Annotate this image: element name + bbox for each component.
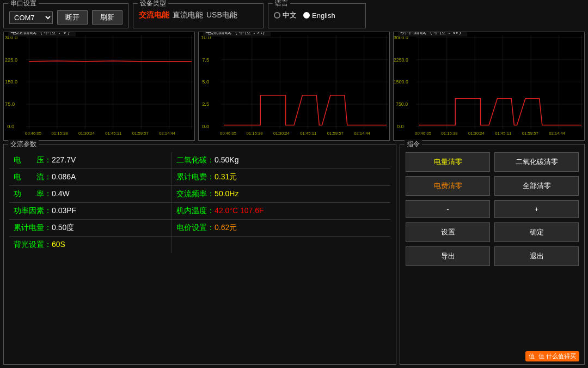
device-option-usb[interactable]: USB电能 — [206, 10, 237, 20]
device-option-ac[interactable]: 交流电能 — [139, 10, 169, 20]
cmd-clear-energy[interactable]: 电量清零 — [406, 152, 490, 172]
svg-text:01:59:57: 01:59:57 — [522, 131, 538, 136]
watermark-icon: 值 — [529, 353, 535, 359]
svg-text:0.0: 0.0 — [7, 124, 14, 129]
svg-text:00:46:05: 00:46:05 — [415, 131, 431, 136]
cmd-clear-co2[interactable]: 二氧化碳清零 — [494, 152, 579, 172]
cmd-clear-all[interactable]: 全部清零 — [494, 176, 579, 196]
app-container: 串口设置 COM7 COM1COM2COM3 COM4COM5COM6 COM8… — [0, 0, 588, 368]
table-row: 电 流：0.086A 累计电费：0.31元 — [9, 169, 390, 186]
table-row: 电 压：227.7V 二氧化碳：0.50Kg — [9, 152, 390, 169]
svg-text:00:46:05: 00:46:05 — [25, 131, 41, 136]
voltage-chart-svg: 300.0 225.0 150.0 75.0 0.0 00:46:05 01:1… — [4, 32, 194, 140]
param-value-backlight: 60S — [52, 240, 65, 249]
svg-text:01:59:57: 01:59:57 — [132, 131, 149, 136]
param-value-price: 0.62元 — [215, 223, 237, 232]
watermark-text: 值 什么值得买 — [538, 353, 576, 359]
lang-chinese-radio — [274, 12, 280, 19]
cmd-minus[interactable]: - — [406, 200, 490, 218]
language-panel: 语言 中文 English — [268, 3, 366, 28]
power-chart-svg: 3000.0 2250.0 1500.0 750.0 0.0 00:46:05 … — [394, 32, 584, 140]
svg-text:7.5: 7.5 — [202, 57, 209, 63]
table-row: 背光设置：60S — [9, 237, 390, 254]
param-label-current: 电 流：0.086A — [9, 169, 172, 186]
refresh-button[interactable]: 刷新 — [92, 10, 122, 25]
svg-text:1500.0: 1500.0 — [394, 79, 408, 85]
svg-text:01:59:57: 01:59:57 — [327, 131, 344, 136]
cmd-clear-fee[interactable]: 电费清零 — [406, 176, 490, 196]
svg-text:5.0: 5.0 — [202, 79, 209, 85]
param-label-backlight: 背光设置：60S — [9, 237, 172, 254]
param-value-pf: 0.03PF — [52, 206, 76, 215]
lang-english[interactable]: English — [303, 11, 335, 20]
commands-panel: 指令 电量清零 二氧化碳清零 电费清零 全部清零 - + 设置 确定 导出 退出 — [400, 144, 585, 365]
svg-text:01:15:38: 01:15:38 — [52, 131, 68, 136]
svg-text:01:15:38: 01:15:38 — [442, 131, 458, 136]
svg-text:225.0: 225.0 — [5, 57, 17, 63]
param-label-fee-accum: 累计电费：0.31元 — [172, 169, 390, 186]
power-chart-panel: 功率曲线（单位：W） 3000.0 2250.0 1500.0 750.0 — [393, 32, 585, 141]
svg-text:01:15:38: 01:15:38 — [247, 131, 263, 136]
svg-text:01:45:11: 01:45:11 — [495, 131, 511, 136]
cmd-settings[interactable]: 设置 — [406, 222, 490, 242]
lang-english-radio — [303, 12, 310, 19]
commands-label: 指令 — [405, 140, 422, 149]
svg-text:01:45:11: 01:45:11 — [300, 131, 316, 136]
table-row: 累计电量：0.50度 电价设置：0.62元 — [9, 220, 390, 237]
language-panel-label: 语言 — [273, 0, 290, 8]
cmd-plus[interactable]: + — [494, 200, 579, 218]
top-controls-row: 串口设置 COM7 COM1COM2COM3 COM4COM5COM6 COM8… — [3, 3, 585, 28]
current-chart-svg: 10.0 7.5 5.0 2.5 0.0 00:46:05 01:15:38 0… — [199, 32, 389, 140]
param-value-fee-accum: 0.31元 — [215, 172, 237, 181]
commands-grid: 电量清零 二氧化碳清零 电费清零 全部清零 - + 设置 确定 导出 退出 — [406, 152, 579, 266]
serial-panel-label: 串口设置 — [8, 0, 39, 8]
svg-text:02:14:44: 02:14:44 — [159, 131, 176, 136]
cmd-export[interactable]: 导出 — [406, 246, 490, 266]
voltage-chart-panel: 电压曲线（单位：V） 300.0 225.0 — [3, 32, 195, 141]
current-chart-panel: 电流曲线（单位：A） 10.0 7.5 5.0 2.5 0.0 — [198, 32, 390, 141]
lang-chinese-label: 中文 — [283, 10, 297, 20]
param-label-pf: 功率因素：0.03PF — [9, 203, 172, 220]
bottom-row: 交流参数 电 压：227.7V 二氧化碳：0.50Kg 电 流：0.086A 累… — [3, 144, 585, 365]
device-option-dc[interactable]: 直流电能 — [173, 10, 203, 20]
svg-text:0.0: 0.0 — [397, 124, 403, 129]
table-row: 功 率：0.4W 交流频率：50.0Hz — [9, 186, 390, 203]
svg-text:750.0: 750.0 — [396, 101, 408, 107]
ac-params-panel: 交流参数 电 压：227.7V 二氧化碳：0.50Kg 电 流：0.086A 累… — [3, 144, 396, 365]
svg-text:01:30:24: 01:30:24 — [468, 131, 485, 136]
watermark: 值 值 什么值得买 — [525, 351, 579, 361]
param-value-power: 0.4W — [52, 189, 70, 198]
lang-chinese[interactable]: 中文 — [274, 10, 297, 20]
svg-rect-0 — [4, 32, 194, 140]
svg-text:02:14:44: 02:14:44 — [354, 131, 371, 136]
param-label-freq: 交流频率：50.0Hz — [172, 186, 390, 203]
disconnect-button[interactable]: 断开 — [57, 10, 88, 25]
svg-text:02:14:44: 02:14:44 — [549, 131, 566, 136]
svg-text:01:30:24: 01:30:24 — [273, 131, 290, 136]
param-value-voltage: 227.7V — [52, 155, 76, 164]
param-label-power: 功 率：0.4W — [9, 186, 172, 203]
param-label-energy: 累计电量：0.50度 — [9, 220, 172, 237]
param-empty — [172, 237, 390, 254]
svg-text:150.0: 150.0 — [5, 79, 17, 85]
params-table: 电 压：227.7V 二氧化碳：0.50Kg 电 流：0.086A 累计电费：0… — [9, 152, 390, 253]
param-value-energy: 0.50度 — [52, 223, 74, 232]
lang-english-label: English — [312, 11, 335, 20]
svg-text:00:46:05: 00:46:05 — [220, 131, 236, 136]
voltage-chart-title: 电压曲线（单位：V） — [8, 32, 76, 37]
param-value-current: 0.086A — [52, 172, 76, 181]
cmd-exit[interactable]: 退出 — [494, 246, 579, 266]
serial-controls: COM7 COM1COM2COM3 COM4COM5COM6 COM8 断开 刷… — [9, 6, 122, 25]
param-label-voltage: 电 压：227.7V — [9, 152, 172, 169]
svg-text:75.0: 75.0 — [5, 101, 15, 107]
device-panel-label: 设备类型 — [138, 0, 168, 8]
svg-text:2.5: 2.5 — [202, 101, 209, 107]
charts-row: 电压曲线（单位：V） 300.0 225.0 — [3, 32, 585, 141]
ac-params-label: 交流参数 — [8, 140, 39, 149]
table-row: 功率因素：0.03PF 机内温度：42.0°C 107.6F — [9, 203, 390, 220]
param-value-co2: 0.50Kg — [215, 155, 238, 164]
cmd-confirm[interactable]: 确定 — [494, 222, 579, 242]
port-select[interactable]: COM7 COM1COM2COM3 COM4COM5COM6 COM8 — [9, 11, 53, 24]
param-label-price: 电价设置：0.62元 — [172, 220, 390, 237]
param-label-temp: 机内温度：42.0°C 107.6F — [172, 203, 390, 220]
